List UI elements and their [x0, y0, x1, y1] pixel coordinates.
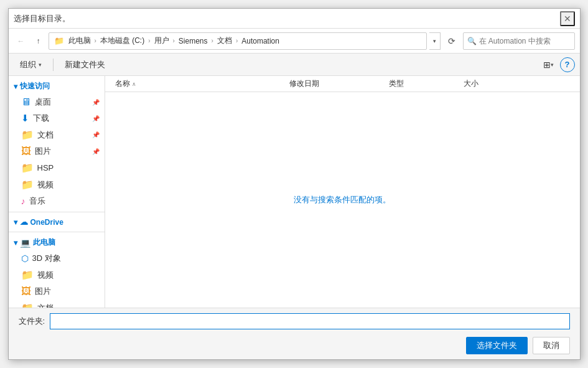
help-button[interactable]: ? — [560, 57, 575, 72]
filename-label: 文件夹: — [19, 316, 45, 327]
sidebar-item-3d[interactable]: ⬡ 3D 对象 — [9, 250, 105, 267]
sidebar-item-videos[interactable]: 📁 视频 — [9, 176, 105, 193]
sidebar-quick-access-header[interactable]: ▾ 快速访问 — [9, 78, 105, 94]
sidebar-item-pc-docs[interactable]: 📁 文档 — [9, 300, 105, 308]
view-dropdown-arrow: ▾ — [551, 62, 554, 68]
col-header-date[interactable]: 修改日期 — [289, 78, 389, 89]
sidebar-item-desktop-label: 桌面 — [35, 97, 51, 108]
path-segment-automation[interactable]: Automation — [239, 35, 282, 47]
bottom-bar: 文件夹: 选择文件夹 取消 — [9, 308, 580, 359]
quick-access-label: 快速访问 — [20, 81, 50, 92]
path-segment-docs[interactable]: 文档 — [215, 34, 235, 47]
path-arrow-2: › — [147, 37, 151, 44]
downloads-icon: ⬇ — [21, 113, 29, 124]
sidebar-item-docs-label: 文档 — [37, 130, 54, 141]
onedrive-arrow: ▾ — [14, 218, 17, 227]
help-label: ? — [565, 60, 570, 69]
thispc-arrow: ▾ — [14, 238, 17, 247]
pc-pictures-icon: 🖼 — [21, 286, 31, 297]
path-folder-icon: 📁 — [54, 36, 64, 45]
file-area: 名称 ∧ 修改日期 类型 大小 没有与搜索条件匹配的项。 — [105, 76, 580, 308]
pin-icon-pictures: 📌 — [92, 148, 100, 155]
address-path[interactable]: 📁 此电脑 › 本地磁盘 (C:) › 用户 › Siemens › 文档 › … — [49, 32, 427, 50]
organize-button[interactable]: 组织 ▾ — [14, 56, 48, 73]
col-header-size[interactable]: 大小 — [464, 78, 513, 89]
pictures-folder-icon: 🖼 — [21, 146, 31, 157]
view-button[interactable]: ⊞ ▾ — [540, 56, 558, 73]
sidebar-item-music[interactable]: ♪ 音乐 — [9, 193, 105, 209]
onedrive-label: OneDrive — [30, 218, 63, 227]
sidebar-thispc-header[interactable]: ▾ 💻 此电脑 — [9, 235, 105, 250]
select-folder-button[interactable]: 选择文件夹 — [466, 337, 528, 354]
toolbar: 组织 ▾ 新建文件夹 ⊞ ▾ ? — [9, 54, 580, 76]
search-box[interactable]: 🔍 — [463, 32, 575, 50]
main-content: ▾ 快速访问 🖥 桌面 📌 ⬇ 下载 📌 📁 文档 📌 🖼 图片 � — [9, 76, 580, 308]
toolbar-right: ⊞ ▾ ? — [540, 56, 575, 73]
path-segment-drive[interactable]: 本地磁盘 (C:) — [98, 34, 147, 47]
file-header: 名称 ∧ 修改日期 类型 大小 — [105, 76, 580, 92]
col-name-sort: ∧ — [132, 81, 136, 87]
sidebar-item-pc-videos[interactable]: 📁 视频 — [9, 267, 105, 283]
up-button[interactable]: ↑ — [31, 34, 46, 49]
path-segment-thispc[interactable]: 此电脑 — [66, 34, 93, 47]
sidebar-item-pc-pictures[interactable]: 🖼 图片 — [9, 283, 105, 300]
path-arrow-4: › — [210, 37, 215, 44]
pin-icon-downloads: 📌 — [92, 115, 100, 122]
sidebar-item-3d-label: 3D 对象 — [32, 253, 61, 264]
col-type-label: 类型 — [389, 78, 404, 89]
music-icon: ♪ — [21, 196, 26, 206]
sidebar-divider-1 — [9, 212, 105, 212]
close-button[interactable]: ✕ — [560, 11, 575, 26]
sidebar-item-docs[interactable]: 📁 文档 📌 — [9, 126, 105, 143]
search-input[interactable] — [479, 37, 571, 45]
buttons-row: 选择文件夹 取消 — [9, 334, 580, 359]
sidebar-item-hsp[interactable]: 📁 HSP — [9, 159, 105, 176]
sidebar: ▾ 快速访问 🖥 桌面 📌 ⬇ 下载 📌 📁 文档 📌 🖼 图片 � — [9, 76, 105, 308]
sidebar-item-music-label: 音乐 — [29, 196, 45, 207]
sidebar-item-desktop[interactable]: 🖥 桌面 📌 — [9, 94, 105, 110]
onedrive-icon: ☁ — [20, 217, 28, 227]
path-segment-users[interactable]: 用户 — [152, 34, 172, 47]
sidebar-item-pictures-label: 图片 — [35, 146, 51, 157]
cancel-button[interactable]: 取消 — [533, 337, 570, 354]
desktop-icon: 🖥 — [21, 97, 31, 108]
address-bar: ← ↑ 📁 此电脑 › 本地磁盘 (C:) › 用户 › Siemens › 文… — [9, 29, 580, 54]
sidebar-item-pc-docs-label: 文档 — [37, 303, 54, 308]
sidebar-onedrive-header[interactable]: ▾ ☁ OneDrive — [9, 215, 105, 229]
sidebar-item-pc-pictures-label: 图片 — [35, 286, 51, 297]
dialog-title: 选择目标目录。 — [14, 13, 70, 24]
quick-access-arrow: ▾ — [14, 82, 17, 91]
path-arrow-1: › — [93, 37, 98, 44]
sidebar-item-downloads-label: 下载 — [33, 113, 49, 124]
view-icon: ⊞ — [543, 60, 551, 70]
path-segment-siemens[interactable]: Siemens — [176, 35, 210, 47]
path-arrow-3: › — [172, 37, 176, 44]
sidebar-item-downloads[interactable]: ⬇ 下载 📌 — [9, 110, 105, 126]
docs-folder-icon: 📁 — [21, 129, 34, 141]
path-arrow-5: › — [235, 37, 239, 44]
organize-dropdown-arrow: ▾ — [39, 62, 42, 68]
search-icon: 🔍 — [467, 37, 477, 45]
sidebar-item-videos-label: 视频 — [37, 179, 54, 191]
thispc-label: 此电脑 — [33, 237, 55, 248]
col-header-name[interactable]: 名称 ∧ — [115, 78, 289, 89]
file-list: 没有与搜索条件匹配的项。 — [105, 92, 580, 308]
thispc-icon: 💻 — [20, 238, 30, 248]
sidebar-item-hsp-label: HSP — [37, 163, 54, 172]
col-date-label: 修改日期 — [289, 78, 319, 89]
refresh-button[interactable]: ⟳ — [443, 32, 460, 50]
col-size-label: 大小 — [464, 78, 478, 89]
toolbar-divider — [53, 59, 54, 71]
filename-input[interactable] — [50, 313, 569, 329]
address-dropdown[interactable]: ▾ — [429, 32, 441, 50]
title-bar: 选择目标目录。 ✕ — [9, 9, 580, 29]
sidebar-item-pictures[interactable]: 🖼 图片 📌 — [9, 143, 105, 159]
filename-row: 文件夹: — [9, 308, 580, 334]
col-header-type[interactable]: 类型 — [389, 78, 464, 89]
new-folder-button[interactable]: 新建文件夹 — [58, 56, 111, 73]
organize-label: 组织 — [20, 59, 36, 70]
3d-icon: ⬡ — [21, 253, 29, 263]
videos-folder-icon: 📁 — [21, 179, 34, 191]
pin-icon-desktop: 📌 — [92, 99, 100, 106]
back-button[interactable]: ← — [14, 34, 29, 49]
